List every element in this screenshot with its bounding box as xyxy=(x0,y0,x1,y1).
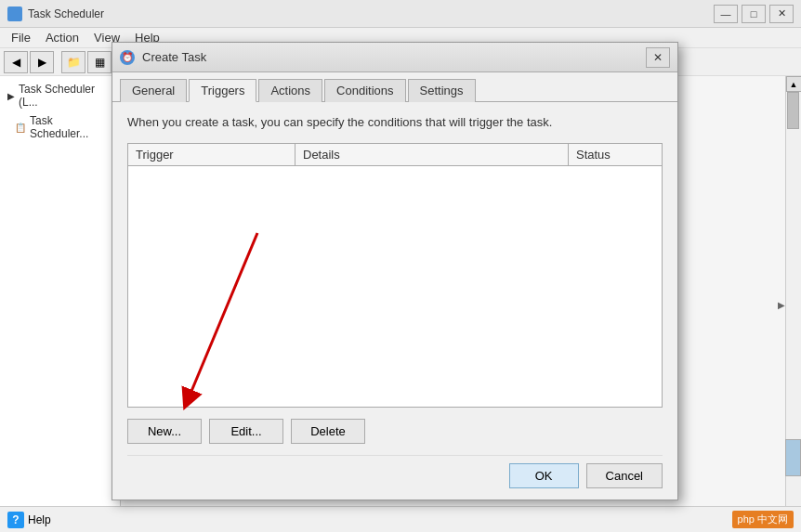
col-trigger: Trigger xyxy=(128,144,295,165)
modal-overlay: ⏰ Create Task ✕ General Triggers Actions… xyxy=(0,0,801,532)
delete-button[interactable]: Delete xyxy=(291,419,365,444)
modal-close-btn[interactable]: ✕ xyxy=(646,47,670,68)
ok-button[interactable]: OK xyxy=(509,463,579,488)
col-details: Details xyxy=(295,144,569,165)
edit-button[interactable]: Edit... xyxy=(209,419,283,444)
tabs: General Triggers Actions Conditions Sett… xyxy=(112,72,677,102)
modal-titlebar: ⏰ Create Task ✕ xyxy=(112,43,677,72)
table-header: Trigger Details Status xyxy=(127,143,663,166)
table-body-container xyxy=(127,166,663,408)
cancel-button[interactable]: Cancel xyxy=(586,463,663,488)
modal-content: When you create a task, you can specify … xyxy=(112,102,677,500)
col-status: Status xyxy=(569,144,662,165)
tab-conditions[interactable]: Conditions xyxy=(324,79,405,102)
tab-triggers[interactable]: Triggers xyxy=(189,79,256,102)
table-body xyxy=(127,166,663,408)
modal-buttons-row: New... Edit... Delete xyxy=(127,419,663,444)
modal-ok-row: OK Cancel xyxy=(127,455,663,488)
tab-actions[interactable]: Actions xyxy=(258,79,322,102)
new-button[interactable]: New... xyxy=(127,419,202,444)
create-task-dialog: ⏰ Create Task ✕ General Triggers Actions… xyxy=(112,42,678,500)
modal-description: When you create a task, you can specify … xyxy=(127,113,663,132)
tab-general[interactable]: General xyxy=(120,79,187,102)
tab-settings[interactable]: Settings xyxy=(408,79,476,102)
modal-icon: ⏰ xyxy=(120,50,135,65)
modal-title: Create Task xyxy=(142,50,638,64)
